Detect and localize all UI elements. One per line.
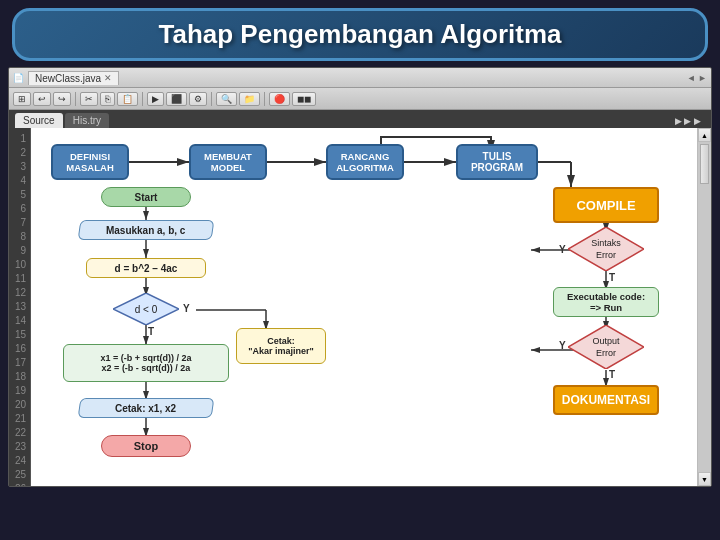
input-box: Masukkan a, b, c xyxy=(78,220,215,240)
toolbar-btn-5[interactable]: ⎘ xyxy=(100,92,115,106)
calc-label: d = b^2 – 4ac xyxy=(115,263,178,274)
membuat-model-box: MEMBUATMODEL xyxy=(189,144,267,180)
ide-bottom-toolbar: Find: ◄ Prev.a ► Next 🖥 ⚙ ☰ 📋 xyxy=(9,486,711,487)
close-icon[interactable]: ✕ xyxy=(104,73,112,83)
flowchart-area: DEFINISI MASALAH MEMBUATMODEL RANCANGALG… xyxy=(31,128,697,486)
tab-source[interactable]: Source xyxy=(15,113,63,128)
toolbar-btn-13[interactable]: ◼◼ xyxy=(292,92,316,106)
t-label-sintaks: T xyxy=(609,272,615,283)
x2-label: x2 = (-b - sqrt(d)) / 2a xyxy=(102,363,191,373)
exec-run-label: => Run xyxy=(590,302,622,313)
toolbar-btn-4[interactable]: ✂ xyxy=(80,92,98,106)
toolbar-btn-11[interactable]: 📁 xyxy=(239,92,260,106)
svg-text:Error: Error xyxy=(596,250,616,260)
svg-marker-26 xyxy=(568,325,644,369)
toolbar-btn-3[interactable]: ↪ xyxy=(53,92,71,106)
svg-text:d < 0: d < 0 xyxy=(135,304,158,315)
output-error-box: Output Error xyxy=(568,325,644,369)
cetak-akar-label: Cetak: xyxy=(267,336,295,346)
scroll-track xyxy=(698,142,711,472)
t-label-1: T xyxy=(148,326,154,337)
toolbar-btn-10[interactable]: 🔍 xyxy=(216,92,237,106)
cetak-akar-value: "Akar imajiner" xyxy=(248,346,314,356)
start-box: Start xyxy=(101,187,191,207)
toolbar-btn-9[interactable]: ⚙ xyxy=(189,92,207,106)
scroll-up-btn[interactable]: ▲ xyxy=(698,128,711,142)
toolbar-btn-1[interactable]: ⊞ xyxy=(13,92,31,106)
page-title: Tahap Pengembangan Algoritma xyxy=(35,19,685,50)
y-label-1: Y xyxy=(183,303,190,314)
start-label: Start xyxy=(135,192,158,203)
exec-code-box: Executable code: => Run xyxy=(553,287,659,317)
toolbar-btn-12[interactable]: 🔴 xyxy=(269,92,290,106)
exec-label: Executable code: xyxy=(567,291,645,302)
tulis-label: TULIS PROGRAM xyxy=(458,151,536,173)
compile-box: COMPILE xyxy=(553,187,659,223)
membuat-label: MEMBUATMODEL xyxy=(204,151,252,173)
x1x2-calc-box: x1 = (-b + sqrt(d)) / 2a x2 = (-b - sqrt… xyxy=(63,344,229,382)
svg-text:Output: Output xyxy=(592,336,620,346)
toolbar-btn-6[interactable]: 📋 xyxy=(117,92,138,106)
rancang-label: RANCANGALGORITMA xyxy=(336,151,394,173)
ide-tab-label: NewClass.java xyxy=(35,73,101,84)
line-numbers: 12345 678910 1112131415 1617181920 21222… xyxy=(9,128,31,486)
x1-label: x1 = (-b + sqrt(d)) / 2a xyxy=(100,353,191,363)
rancang-algoritma-box: RANCANGALGORITMA xyxy=(326,144,404,180)
decision-d-box: d < 0 xyxy=(113,293,179,325)
tab-history[interactable]: His.try xyxy=(65,113,109,128)
svg-marker-23 xyxy=(568,227,644,271)
toolbar-btn-7[interactable]: ▶ xyxy=(147,92,164,106)
scroll-thumb[interactable] xyxy=(700,144,709,184)
y-label-sintaks: Y xyxy=(559,244,566,255)
y-label-output: Y xyxy=(559,340,566,351)
definisi-masalah-box: DEFINISI MASALAH xyxy=(51,144,129,180)
source-tabs: Source His.try ▶ ▶ ▶ xyxy=(9,110,711,128)
cetak-x1x2-box: Cetak: x1, x2 xyxy=(78,398,215,418)
stop-box: Stop xyxy=(101,435,191,457)
ide-tab[interactable]: NewClass.java ✕ xyxy=(28,71,119,85)
flowchart-container: DEFINISI MASALAH MEMBUATMODEL RANCANGALG… xyxy=(41,132,687,482)
svg-text:Sintaks: Sintaks xyxy=(591,238,621,248)
compile-label: COMPILE xyxy=(576,198,635,213)
stop-label: Stop xyxy=(134,440,158,452)
calc-box: d = b^2 – 4ac xyxy=(86,258,206,278)
main-content: 12345 678910 1112131415 1617181920 21222… xyxy=(9,128,711,486)
toolbar-btn-2[interactable]: ↩ xyxy=(33,92,51,106)
svg-text:Error: Error xyxy=(596,348,616,358)
input-label: Masukkan a, b, c xyxy=(106,225,185,236)
scroll-down-btn[interactable]: ▼ xyxy=(698,472,711,486)
toolbar-btn-8[interactable]: ⬛ xyxy=(166,92,187,106)
cetak-x1x2-label: Cetak: x1, x2 xyxy=(115,403,176,414)
sintaks-error-box: Sintaks Error xyxy=(568,227,644,271)
definisi-label: DEFINISI MASALAH xyxy=(66,151,114,173)
cetak-akar-box: Cetak: "Akar imajiner" xyxy=(236,328,326,364)
ide-titlebar: 📄 NewClass.java ✕ ◄ ► xyxy=(9,68,711,88)
dokumentasi-box: DOKUMENTASI xyxy=(553,385,659,415)
t-label-output: T xyxy=(609,369,615,380)
ide-toolbar: ⊞ ↩ ↪ ✂ ⎘ 📋 ▶ ⬛ ⚙ 🔍 📁 🔴 ◼◼ xyxy=(9,88,711,110)
scrollbar-right[interactable]: ▲ ▼ xyxy=(697,128,711,486)
title-bar: Tahap Pengembangan Algoritma xyxy=(12,8,708,61)
ide-window: 📄 NewClass.java ✕ ◄ ► ⊞ ↩ ↪ ✂ ⎘ 📋 ▶ ⬛ ⚙ … xyxy=(8,67,712,487)
dokumentasi-label: DOKUMENTASI xyxy=(562,393,650,407)
tulis-program-box: TULIS PROGRAM xyxy=(456,144,538,180)
